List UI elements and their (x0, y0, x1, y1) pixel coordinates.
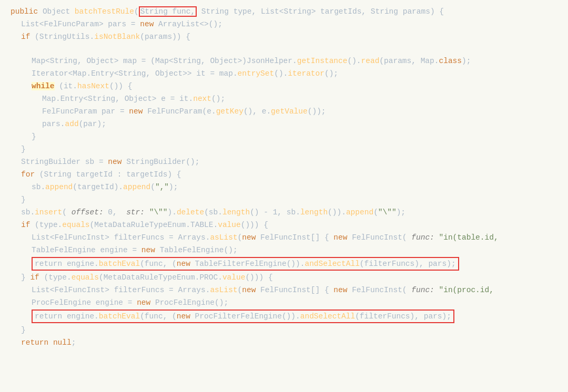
code-line: Map<String, Object> map = (Map<String, O… (0, 55, 568, 67)
code-line: sb.insert( offset: 0, str: "\"").delete(… (0, 206, 568, 219)
code-line: for (String targetId : targetIds) { (0, 168, 568, 181)
code-line: List<FelFuncParam> pars = new ArrayList<… (0, 18, 568, 30)
code-block: public Object batchTestRule(String func,… (0, 5, 568, 349)
code-line: if (type.equals(MetaDataRuleTypeEnum.TAB… (0, 219, 568, 231)
code-line: return engine.batchEval(func, (new ProcF… (0, 309, 568, 324)
code-line: pars.add(par); (0, 118, 568, 130)
code-line: } (0, 324, 568, 336)
code-line: Iterator<Map.Entry<String, Object>> it =… (0, 67, 568, 80)
code-line: ProcFelEngine engine = new ProcFelEngine… (0, 296, 568, 309)
code-line: List<FelFuncInst> filterFuncs = Arrays.a… (0, 231, 568, 244)
code-line: StringBuilder sb = new StringBuilder(); (0, 156, 568, 168)
code-line: if (StringUtils.isNotBlank(params)) { (0, 30, 568, 43)
code-line: sb.append(targetId).append(","); (0, 181, 568, 193)
code-line: } (0, 193, 568, 206)
code-line: FelFuncParam par = new FelFuncParam(e.ge… (0, 105, 568, 118)
code-line: while (it.hasNext()) { (0, 80, 568, 92)
code-line: return null; (0, 336, 568, 349)
code-container: public Object batchTestRule(String func,… (0, 0, 568, 392)
code-line: return engine.batchEval(func, (new Table… (0, 256, 568, 271)
code-line: public Object batchTestRule(String func,… (0, 5, 568, 18)
code-line: } (0, 143, 568, 156)
code-line: } if (type.equals(MetaDataRuleTypeEnum.P… (0, 271, 568, 284)
code-line: TableFelEngine engine = new TableFelEngi… (0, 244, 568, 256)
code-line: List<FelFuncInst> filterFuncs = Arrays.a… (0, 284, 568, 296)
code-line: } (0, 130, 568, 143)
code-line: Map.Entry<String, Object> e = it.next(); (0, 92, 568, 105)
code-line (0, 43, 568, 55)
